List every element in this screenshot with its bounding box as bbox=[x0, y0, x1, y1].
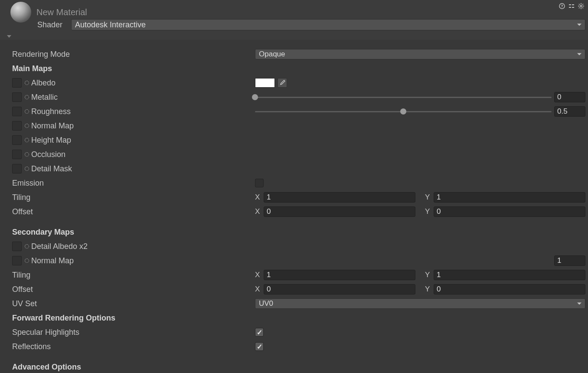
x-axis-label: X bbox=[255, 271, 261, 279]
texture-picker-icon[interactable] bbox=[24, 137, 29, 143]
metallic-label: Metallic bbox=[31, 93, 58, 102]
shader-label: Shader bbox=[37, 20, 71, 29]
metallic-texture-slot[interactable] bbox=[12, 92, 22, 102]
tiling-x-input[interactable]: 1 bbox=[264, 192, 415, 203]
svg-point-22 bbox=[25, 245, 29, 249]
emission-label: Emission bbox=[12, 179, 44, 188]
eyedropper-icon[interactable] bbox=[278, 78, 287, 88]
secondary-offset-x-input[interactable]: 0 bbox=[264, 284, 415, 294]
specular-label: Specular Highlights bbox=[12, 328, 79, 337]
svg-rect-2 bbox=[569, 4, 571, 5]
roughness-value-input[interactable]: 0.5 bbox=[554, 106, 585, 117]
offset-label: Offset bbox=[12, 207, 33, 216]
svg-point-19 bbox=[25, 138, 29, 142]
gear-icon[interactable] bbox=[578, 3, 585, 10]
inspector-body: Rendering Mode Opaque Main Maps Albedo bbox=[0, 40, 588, 373]
secondary-normal-value-input[interactable]: 1 bbox=[554, 255, 585, 266]
svg-point-20 bbox=[25, 153, 29, 157]
material-preview-sphere[interactable] bbox=[10, 2, 31, 23]
preset-icon[interactable] bbox=[568, 3, 575, 10]
forward-heading: Forward Rendering Options bbox=[12, 314, 115, 323]
svg-line-14 bbox=[582, 4, 583, 5]
texture-picker-icon[interactable] bbox=[24, 109, 29, 114]
texture-picker-icon[interactable] bbox=[24, 258, 29, 263]
svg-line-13 bbox=[579, 7, 580, 8]
offset-x-input[interactable]: 0 bbox=[264, 206, 415, 217]
roughness-label: Roughness bbox=[31, 107, 71, 116]
specular-checkbox[interactable] bbox=[255, 328, 264, 337]
svg-line-11 bbox=[579, 4, 580, 5]
albedo-label: Albedo bbox=[31, 79, 56, 88]
y-axis-label: Y bbox=[425, 193, 431, 202]
uv-set-label: UV Set bbox=[12, 299, 37, 308]
advanced-heading: Advanced Options bbox=[12, 363, 81, 372]
texture-picker-icon[interactable] bbox=[24, 152, 29, 157]
height-map-texture-slot[interactable] bbox=[12, 135, 22, 145]
svg-point-18 bbox=[25, 124, 29, 128]
shader-dropdown-value: Autodesk Interactive bbox=[75, 20, 146, 29]
secondary-maps-heading: Secondary Maps bbox=[12, 228, 74, 237]
rendering-mode-value: Opaque bbox=[259, 50, 285, 59]
help-icon[interactable]: ? bbox=[559, 3, 565, 10]
svg-point-23 bbox=[25, 259, 29, 263]
svg-rect-4 bbox=[569, 7, 571, 8]
svg-line-12 bbox=[582, 7, 583, 8]
svg-point-17 bbox=[25, 110, 29, 114]
texture-picker-icon[interactable] bbox=[24, 95, 29, 100]
chevron-down-icon bbox=[577, 303, 581, 305]
texture-picker-icon[interactable] bbox=[24, 166, 29, 171]
height-map-label: Height Map bbox=[31, 136, 71, 145]
reflections-checkbox[interactable] bbox=[255, 342, 264, 351]
svg-point-21 bbox=[25, 167, 29, 171]
secondary-tiling-x-input[interactable]: 1 bbox=[264, 270, 415, 280]
svg-rect-5 bbox=[572, 7, 574, 8]
tiling-label: Tiling bbox=[12, 193, 30, 202]
occlusion-texture-slot[interactable] bbox=[12, 150, 22, 159]
offset-y-input[interactable]: 0 bbox=[434, 206, 585, 217]
detail-albedo-texture-slot[interactable] bbox=[12, 242, 22, 251]
svg-point-15 bbox=[25, 81, 29, 85]
material-title: New Material bbox=[36, 7, 87, 17]
shader-dropdown[interactable]: Autodesk Interactive bbox=[71, 19, 585, 30]
y-axis-label: Y bbox=[425, 207, 431, 216]
texture-picker-icon[interactable] bbox=[24, 80, 29, 85]
x-axis-label: X bbox=[255, 285, 261, 294]
secondary-offset-y-input[interactable]: 0 bbox=[434, 284, 585, 294]
secondary-normal-texture-slot[interactable] bbox=[12, 256, 22, 265]
foldout-toggle[interactable] bbox=[7, 35, 11, 38]
detail-mask-texture-slot[interactable] bbox=[12, 164, 22, 173]
metallic-slider[interactable] bbox=[255, 93, 552, 101]
y-axis-label: Y bbox=[425, 285, 431, 294]
texture-picker-icon[interactable] bbox=[24, 244, 29, 249]
rendering-mode-dropdown[interactable]: Opaque bbox=[255, 49, 585, 59]
chevron-down-icon bbox=[577, 53, 581, 56]
normal-map-label: Normal Map bbox=[31, 121, 74, 131]
emission-checkbox[interactable] bbox=[255, 179, 264, 187]
albedo-texture-slot[interactable] bbox=[12, 78, 22, 88]
main-maps-heading: Main Maps bbox=[12, 64, 52, 73]
secondary-tiling-y-input[interactable]: 1 bbox=[434, 270, 585, 280]
normal-map-texture-slot[interactable] bbox=[12, 121, 22, 131]
detail-albedo-label: Detail Albedo x2 bbox=[31, 242, 88, 251]
reflections-label: Reflections bbox=[12, 342, 51, 351]
roughness-texture-slot[interactable] bbox=[12, 107, 22, 116]
texture-picker-icon[interactable] bbox=[24, 123, 29, 128]
secondary-tiling-label: Tiling bbox=[12, 271, 30, 280]
inspector-header: New Material ? Shader Autodesk Interacti… bbox=[0, 0, 588, 40]
chevron-down-icon bbox=[577, 24, 581, 26]
svg-rect-3 bbox=[572, 4, 574, 5]
svg-text:?: ? bbox=[561, 4, 563, 8]
metallic-value-input[interactable]: 0 bbox=[554, 92, 585, 102]
rendering-mode-label: Rendering Mode bbox=[12, 50, 70, 59]
x-axis-label: X bbox=[255, 193, 261, 202]
albedo-color-swatch[interactable] bbox=[255, 78, 275, 88]
uv-set-value: UV0 bbox=[259, 299, 273, 308]
roughness-slider[interactable] bbox=[255, 107, 552, 116]
x-axis-label: X bbox=[255, 207, 261, 216]
uv-set-dropdown[interactable]: UV0 bbox=[255, 298, 585, 309]
y-axis-label: Y bbox=[425, 271, 431, 279]
secondary-normal-label: Normal Map bbox=[31, 256, 74, 265]
occlusion-label: Occlusion bbox=[31, 150, 65, 159]
detail-mask-label: Detail Mask bbox=[31, 164, 72, 173]
tiling-y-input[interactable]: 1 bbox=[434, 192, 585, 203]
